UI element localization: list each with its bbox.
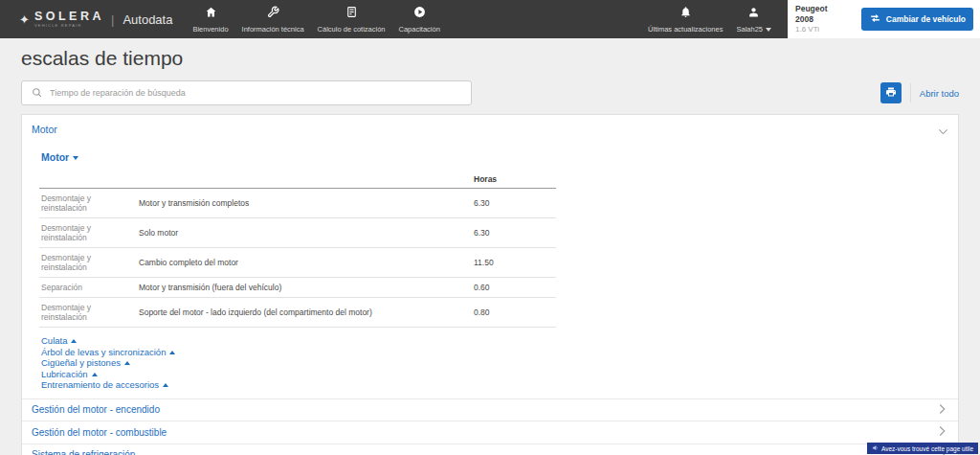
nav-label: Información técnica <box>242 25 304 34</box>
operation-cell: Desmontaje y reinstalación <box>39 218 137 248</box>
feedback-banner-label: Avez-vous trouvé cette page utile <box>881 445 973 452</box>
solera-mark-icon: ✦ <box>19 12 30 27</box>
username-label: Salah25 <box>736 25 771 34</box>
repair-times-table: Horas Desmontaje y reinstalación Motor y… <box>39 171 556 328</box>
wrench-icon <box>267 5 279 22</box>
vehicle-make: Peugeot <box>795 4 828 14</box>
table-header-row: Horas <box>39 171 556 189</box>
sub-link-lubricacion[interactable]: Lubricación <box>41 369 958 380</box>
updates-label: Últimas actualizaciones <box>648 25 723 34</box>
description-cell: Soporte del motor - lado izquierdo (del … <box>137 298 472 328</box>
solera-brand-name: SOLERA <box>34 11 104 23</box>
section-label: Gestión del motor - combustible <box>32 427 167 438</box>
operation-cell: Desmontaje y reinstalación <box>39 248 137 278</box>
change-vehicle-label: Cambiar de vehículo <box>886 14 966 24</box>
play-circle-icon <box>413 5 426 22</box>
hours-cell: 6.30 <box>472 189 556 218</box>
table-row: Separación Motor y transmisión (fuera de… <box>39 278 556 298</box>
header-user-area: Últimas actualizaciones Salah25 <box>641 0 788 38</box>
chevron-right-icon <box>938 423 947 441</box>
solera-tagline: VEHICLE REPAIR <box>34 24 104 28</box>
section-label: Sistema de refrigeración <box>32 449 135 455</box>
timescales-card: Motor Motor Horas Desmontaje y reinstala… <box>21 114 959 455</box>
print-button[interactable] <box>880 82 902 103</box>
section-motor-title[interactable]: Motor <box>32 124 57 135</box>
motor-group-link[interactable]: Motor <box>41 151 78 163</box>
bell-icon <box>679 5 692 22</box>
table-row: Desmontaje y reinstalación Cambio comple… <box>39 248 556 278</box>
open-all-link[interactable]: Abrir todo <box>920 88 959 99</box>
toolbar-right: Abrir todo <box>880 82 959 103</box>
triangle-up-icon <box>71 339 77 343</box>
autodata-brand-name: Autodata <box>122 12 172 27</box>
feedback-banner[interactable]: Avez-vous trouvé cette page utile <box>867 443 978 454</box>
table-row: Desmontaje y reinstalación Solo motor 6.… <box>39 218 556 248</box>
nav-item-bienvenido[interactable]: Bienvenido <box>186 0 234 38</box>
solera-autodata-logo[interactable]: ✦ SOLERA VEHICLE REPAIR | Autodata <box>0 11 172 29</box>
vehicle-model: 2008 <box>795 14 828 25</box>
app-header: ✦ SOLERA VEHICLE REPAIR | Autodata Bienv… <box>0 0 980 38</box>
hours-cell: 0.80 <box>472 298 556 328</box>
description-cell: Cambio completo del motor <box>137 248 472 278</box>
printer-icon <box>885 86 897 101</box>
motor-sub-links: Culata Árbol de levas y sincronización C… <box>41 335 958 391</box>
nav-label: Capacitación <box>398 25 439 34</box>
operation-cell: Separación <box>39 278 137 298</box>
description-cell: Motor y transmisión (fuera del vehículo) <box>137 278 472 298</box>
current-vehicle-info: Peugeot 2008 1.6 VTi <box>795 4 828 34</box>
header-vehicle-area: Peugeot 2008 1.6 VTi Cambiar de vehículo <box>788 0 980 38</box>
description-cell: Motor y transmisión completos <box>137 189 472 218</box>
search-icon <box>32 84 42 102</box>
header-dark-bar: ✦ SOLERA VEHICLE REPAIR | Autodata Bienv… <box>0 0 788 38</box>
chevron-right-icon <box>938 401 947 419</box>
toolbar-divider <box>910 83 911 102</box>
triangle-up-icon <box>92 373 98 376</box>
nav-label: Bienvenido <box>192 25 228 34</box>
operation-cell: Desmontaje y reinstalación <box>39 298 137 328</box>
user-menu[interactable]: Salah25 <box>729 0 778 38</box>
section-gestion-encendido[interactable]: Gestión del motor - encendido <box>22 398 958 421</box>
vehicle-engine: 1.6 VTi <box>795 25 828 34</box>
hours-cell: 0.60 <box>472 278 556 298</box>
triangle-up-icon <box>169 351 175 354</box>
search-box <box>21 80 472 105</box>
sub-link-arbol-de-levas[interactable]: Árbol de levas y sincronización <box>41 347 958 358</box>
user-icon <box>747 5 760 22</box>
section-gestion-combustible[interactable]: Gestión del motor - combustible <box>22 421 958 444</box>
section-sistema-refrigeracion[interactable]: Sistema de refrigeración <box>22 444 958 455</box>
swap-arrows-icon <box>869 13 881 25</box>
calculator-icon <box>345 5 358 22</box>
home-icon <box>205 5 217 22</box>
latest-updates-button[interactable]: Últimas actualizaciones <box>641 0 729 38</box>
hours-column-header: Horas <box>472 171 556 189</box>
table-row: Desmontaje y reinstalación Soporte del m… <box>39 298 556 328</box>
nav-item-capacitacion[interactable]: Capacitación <box>391 0 446 38</box>
sub-link-ciguenal-y-pistones[interactable]: Cigüeñal y pistones <box>41 357 958 369</box>
change-vehicle-button[interactable]: Cambiar de vehículo <box>861 8 973 31</box>
section-label: Gestión del motor - encendido <box>32 404 160 415</box>
chevron-down-icon <box>766 28 771 32</box>
sub-link-entrenamiento-de-accesorios[interactable]: Entrenamiento de accesorios <box>41 379 958 391</box>
triangle-up-icon <box>124 361 130 365</box>
logo-separator: | <box>111 12 114 27</box>
section-motor-header[interactable]: Motor <box>22 115 958 141</box>
megaphone-icon <box>872 444 879 452</box>
nav-item-informacion-tecnica[interactable]: Información técnica <box>235 0 311 38</box>
hours-cell: 11.50 <box>472 248 556 278</box>
toolbar: Abrir todo <box>21 80 959 105</box>
search-input[interactable] <box>50 88 461 98</box>
triangle-down-icon <box>73 156 78 160</box>
table-row: Desmontaje y reinstalación Motor y trans… <box>39 189 556 218</box>
operation-cell: Desmontaje y reinstalación <box>39 189 137 218</box>
triangle-up-icon <box>163 383 168 387</box>
chevron-up-icon[interactable] <box>938 124 948 141</box>
page-title: escalas de tiempo <box>21 47 980 70</box>
hours-cell: 6.30 <box>472 218 556 248</box>
sub-link-culata[interactable]: Culata <box>41 335 958 347</box>
nav-item-calculo-de-cotizacion[interactable]: Cálculo de cotización <box>311 0 392 38</box>
description-cell: Solo motor <box>137 218 472 248</box>
main-nav: Bienvenido Información técnica <box>186 0 446 38</box>
nav-label: Cálculo de cotización <box>318 25 386 34</box>
